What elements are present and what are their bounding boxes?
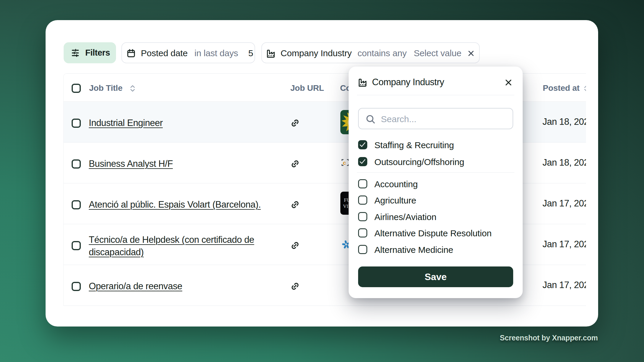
svg-text:c: c — [343, 160, 346, 166]
